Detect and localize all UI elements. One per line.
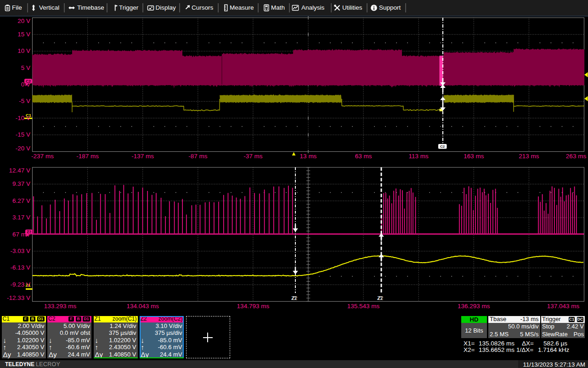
svg-text:Z2: Z2 — [292, 296, 298, 301]
svg-text:Z2: Z2 — [378, 296, 384, 301]
svg-text:C2: C2 — [440, 144, 445, 149]
